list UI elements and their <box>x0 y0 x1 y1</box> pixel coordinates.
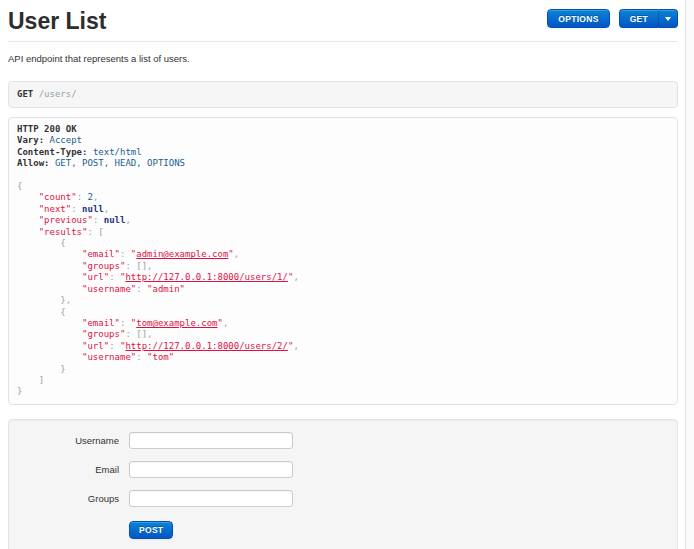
page-title: User List <box>8 8 106 34</box>
response-token: "count" <box>39 192 77 202</box>
response-token: "tom" <box>147 352 174 362</box>
response-token: : <box>136 352 147 362</box>
post-button[interactable]: POST <box>129 521 173 539</box>
request-bar: GET /users/ <box>8 81 678 108</box>
response-link[interactable]: http://127.0.0.1:8000/users/1/ <box>125 272 288 282</box>
response-token: : <box>120 249 131 259</box>
response-token: Allow: <box>17 158 50 168</box>
form-row-email: Email <box>9 461 677 478</box>
response-token: Accept <box>50 135 83 145</box>
response-token <box>17 341 82 351</box>
response-token: "previous" <box>39 215 93 225</box>
response-token: } <box>17 386 22 396</box>
response-token: , <box>104 204 109 214</box>
response-token <box>17 238 60 248</box>
response-token: { <box>17 181 22 191</box>
response-token: : [], <box>125 261 152 271</box>
form-row-groups: Groups <box>9 490 677 507</box>
response-token <box>17 295 60 305</box>
response-token: "email" <box>82 249 120 259</box>
response-token: "next" <box>39 204 72 214</box>
response-token: : [ <box>87 227 103 237</box>
response-token: Content-Type: <box>17 147 87 157</box>
response-token: "admin" <box>147 284 185 294</box>
response-token <box>17 249 82 259</box>
get-button[interactable]: GET <box>619 9 658 28</box>
request-method-buttons: OPTIONS GET <box>547 8 678 28</box>
form-row-username: Username <box>9 432 677 449</box>
response-token: : <box>77 192 88 202</box>
response-token: Vary: <box>17 135 44 145</box>
response-token <box>17 364 60 374</box>
response-token: HTTP 200 OK <box>17 124 77 134</box>
response-token: : <box>136 284 147 294</box>
response-token <box>17 329 82 339</box>
response-token <box>17 215 39 225</box>
response-token: , <box>125 215 130 225</box>
response-token <box>17 227 39 237</box>
get-split-button: GET <box>619 9 678 28</box>
response-token: , <box>293 272 298 282</box>
response-token: null <box>104 215 126 225</box>
response-token: , <box>234 249 239 259</box>
response-token: : <box>93 215 104 225</box>
options-button[interactable]: OPTIONS <box>547 9 609 28</box>
response-token: ] <box>39 375 44 385</box>
response-token: null <box>82 204 104 214</box>
response-token <box>17 204 39 214</box>
content-container: User List OPTIONS GET API endpoint that … <box>8 8 678 549</box>
header-divider <box>8 41 678 42</box>
response-token: "email" <box>82 318 120 328</box>
post-form-panel: Username Email Groups POST <box>8 419 678 549</box>
response-token: GET, POST, HEAD, OPTIONS <box>55 158 185 168</box>
response-token <box>17 318 82 328</box>
scrollbar-track[interactable] <box>685 0 694 549</box>
request-path: /users/ <box>33 89 76 99</box>
response-token: , <box>223 318 228 328</box>
response-token: "groups" <box>82 329 125 339</box>
response-token: : <box>71 204 82 214</box>
response-token: : [], <box>125 329 152 339</box>
response-token: } <box>60 364 65 374</box>
response-token <box>17 375 39 385</box>
response-token <box>17 261 82 271</box>
response-token: { <box>60 307 65 317</box>
response-token: , <box>93 192 98 202</box>
response-token: "url" <box>82 341 109 351</box>
get-format-dropdown-button[interactable] <box>658 9 678 28</box>
username-label: Username <box>9 435 119 446</box>
endpoint-description: API endpoint that represents a list of u… <box>8 53 678 64</box>
response-token <box>17 307 60 317</box>
browsable-api-page: User List OPTIONS GET API endpoint that … <box>0 0 694 549</box>
request-method: GET <box>17 89 33 99</box>
response-link[interactable]: admin@example.com <box>136 249 228 259</box>
response-token: : <box>109 341 120 351</box>
response-token: }, <box>60 295 71 305</box>
response-token: "username" <box>82 284 136 294</box>
response-body: HTTP 200 OK Vary: Accept Content-Type: t… <box>8 117 678 405</box>
response-token <box>17 284 82 294</box>
response-link[interactable]: tom@example.com <box>136 318 217 328</box>
caret-down-icon <box>665 17 671 21</box>
response-token: : <box>109 272 120 282</box>
groups-label: Groups <box>9 493 119 504</box>
email-label: Email <box>9 464 119 475</box>
response-token <box>17 192 39 202</box>
response-token: "results" <box>39 227 88 237</box>
response-link[interactable]: http://127.0.0.1:8000/users/2/ <box>125 341 288 351</box>
username-input[interactable] <box>129 432 293 449</box>
response-token: "groups" <box>82 261 125 271</box>
groups-input[interactable] <box>129 490 293 507</box>
response-token: , <box>293 341 298 351</box>
response-token: { <box>60 238 65 248</box>
response-token <box>17 272 82 282</box>
page-header: User List OPTIONS GET <box>8 8 678 34</box>
response-token: "url" <box>82 272 109 282</box>
response-token: text/html <box>93 147 142 157</box>
email-input[interactable] <box>129 461 293 478</box>
response-token: : <box>120 318 131 328</box>
response-token: "username" <box>82 352 136 362</box>
response-token <box>17 352 82 362</box>
form-actions: POST <box>129 519 677 539</box>
